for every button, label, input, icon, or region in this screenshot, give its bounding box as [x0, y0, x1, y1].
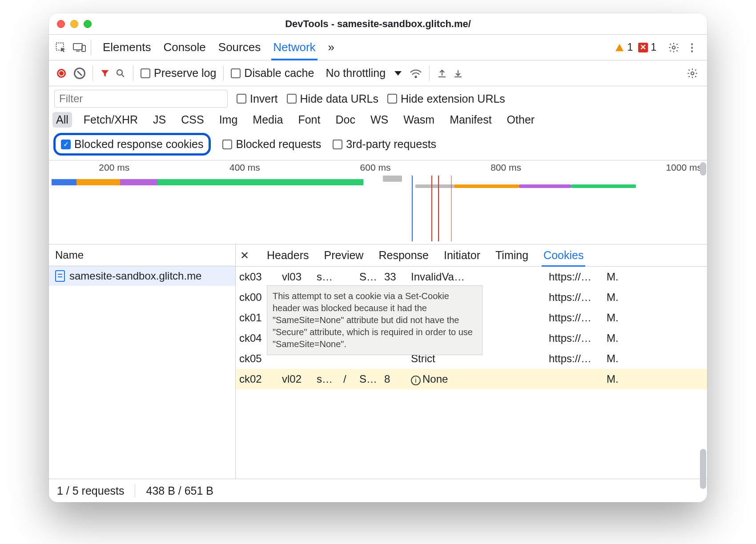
type-js[interactable]: JS — [149, 112, 169, 128]
settings-gear-icon[interactable] — [664, 38, 683, 57]
filter-bar: Invert Hide data URLs Hide extension URL… — [49, 86, 707, 109]
request-row[interactable]: samesite-sandbox.glitch.me — [49, 266, 235, 286]
tab-sources[interactable]: Sources — [218, 35, 261, 60]
type-fetch-xhr[interactable]: Fetch/XHR — [80, 112, 141, 128]
warning-icon — [615, 43, 624, 52]
svg-point-3 — [672, 46, 676, 49]
chevron-down-icon — [394, 71, 402, 76]
third-party-requests-checkbox[interactable]: 3rd-party requests — [333, 138, 436, 151]
details-tabs: ✕ Headers Preview Response Initiator Tim… — [236, 244, 707, 267]
window-close-button[interactable] — [57, 20, 65, 28]
issues-warning-count[interactable]: 1 — [615, 41, 633, 53]
type-img[interactable]: Img — [216, 112, 241, 128]
status-bar: 1 / 5 requests 438 B / 651 B — [49, 479, 707, 502]
ptab-preview[interactable]: Preview — [324, 244, 364, 266]
ptab-timing[interactable]: Timing — [495, 244, 528, 266]
window-zoom-button[interactable] — [84, 20, 92, 28]
device-toggle-icon[interactable] — [70, 38, 89, 57]
type-manifest[interactable]: Manifest — [446, 112, 495, 128]
window-title: DevTools - samesite-sandbox.glitch.me/ — [285, 18, 471, 30]
divider — [429, 66, 430, 81]
cookie-row[interactable]: ck02vl02s…/S…8iNoneM. — [236, 369, 707, 389]
blocked-requests-checkbox[interactable]: Blocked requests — [222, 138, 321, 151]
type-font[interactable]: Font — [294, 112, 324, 128]
request-details: ✕ Headers Preview Response Initiator Tim… — [236, 244, 707, 479]
type-doc[interactable]: Doc — [332, 112, 358, 128]
highlight-annotation: ✓Blocked response cookies — [53, 133, 211, 156]
cookies-table: ck03vl03s…S…33InvalidVa…https://…M.ck00v… — [236, 267, 707, 479]
divider — [92, 66, 93, 81]
tab-console[interactable]: Console — [163, 35, 205, 60]
devtools-window: DevTools - samesite-sandbox.glitch.me/ E… — [49, 13, 707, 502]
network-settings-gear-icon[interactable] — [683, 64, 702, 83]
disable-cache-checkbox[interactable]: Disable cache — [231, 67, 314, 80]
issues-error-count[interactable]: ✕ 1 — [638, 41, 656, 53]
more-menu-icon[interactable]: ⋮ — [683, 38, 702, 57]
window-scrollbar[interactable] — [700, 449, 706, 489]
ptab-initiator[interactable]: Initiator — [444, 244, 480, 266]
type-media[interactable]: Media — [249, 112, 286, 128]
svg-point-6 — [691, 72, 694, 75]
filter-input[interactable] — [54, 90, 228, 108]
preserve-log-checkbox[interactable]: Preserve log — [141, 67, 216, 80]
panel-tabs: Elements Console Sources Network » — [103, 35, 334, 60]
request-list: Name samesite-sandbox.glitch.me — [49, 244, 236, 479]
hide-extension-urls-checkbox[interactable]: Hide extension URLs — [387, 92, 505, 105]
overview-ticks: 200 ms400 ms 600 ms800 ms 1000 ms — [49, 162, 702, 172]
download-har-icon[interactable] — [453, 68, 463, 79]
svg-point-5 — [415, 76, 417, 77]
divider — [91, 40, 91, 55]
request-name: samesite-sandbox.glitch.me — [69, 270, 201, 282]
svg-point-4 — [117, 70, 122, 75]
tab-more[interactable]: » — [328, 35, 334, 60]
ptab-cookies[interactable]: Cookies — [543, 244, 583, 266]
window-minimize-button[interactable] — [70, 20, 78, 28]
column-header-name[interactable]: Name — [49, 244, 235, 266]
info-icon: i — [411, 376, 421, 385]
overview-scrollbar[interactable] — [700, 162, 706, 176]
type-css[interactable]: CSS — [177, 112, 207, 128]
close-details-icon[interactable]: ✕ — [240, 249, 249, 262]
overview-body — [52, 176, 701, 241]
throttling-select[interactable]: No throttling — [326, 67, 402, 80]
tab-elements[interactable]: Elements — [103, 35, 151, 60]
divider — [133, 66, 133, 81]
traffic-lights — [57, 20, 92, 28]
invert-checkbox[interactable]: Invert — [237, 92, 278, 105]
network-conditions-icon[interactable] — [410, 68, 422, 78]
request-split: Name samesite-sandbox.glitch.me ✕ Header… — [49, 244, 707, 479]
document-icon — [55, 270, 65, 282]
type-ws[interactable]: WS — [367, 112, 392, 128]
timeline-overview[interactable]: 200 ms400 ms 600 ms800 ms 1000 ms — [49, 160, 707, 244]
type-other[interactable]: Other — [503, 112, 539, 128]
window-titlebar: DevTools - samesite-sandbox.glitch.me/ — [49, 13, 707, 35]
error-count: 1 — [651, 41, 656, 53]
blocked-cookie-tooltip: This attempt to set a cookie via a Set-C… — [267, 285, 483, 355]
ptab-response[interactable]: Response — [378, 244, 429, 266]
transfer-size: 438 B / 651 B — [146, 484, 213, 497]
record-button[interactable] — [54, 69, 68, 78]
request-count: 1 / 5 requests — [57, 484, 124, 497]
filter-toggle-icon[interactable] — [100, 68, 110, 78]
clear-button[interactable] — [74, 68, 85, 79]
warning-count: 1 — [627, 41, 633, 53]
inspect-element-icon[interactable] — [52, 38, 70, 57]
hide-data-urls-checkbox[interactable]: Hide data URLs — [287, 92, 378, 105]
cookie-row[interactable]: ck03vl03s…S…33InvalidVa…https://…M. — [236, 267, 707, 287]
divider — [223, 66, 224, 81]
search-icon[interactable] — [115, 68, 126, 79]
ptab-headers[interactable]: Headers — [267, 244, 309, 266]
extra-filters-row: ✓Blocked response cookies Blocked reques… — [49, 130, 707, 160]
main-toolbar: Elements Console Sources Network » 1 ✕ 1… — [49, 35, 707, 60]
type-filter-row: All Fetch/XHR JS CSS Img Media Font Doc … — [49, 109, 707, 130]
network-toolbar: Preserve log Disable cache No throttling — [49, 60, 707, 86]
error-icon: ✕ — [638, 43, 648, 52]
blocked-response-cookies-checkbox[interactable]: ✓Blocked response cookies — [61, 138, 203, 151]
type-wasm[interactable]: Wasm — [400, 112, 438, 128]
tab-network[interactable]: Network — [273, 35, 315, 60]
upload-har-icon[interactable] — [437, 68, 447, 79]
divider — [135, 484, 135, 497]
svg-rect-1 — [73, 44, 82, 50]
type-all[interactable]: All — [52, 112, 72, 128]
